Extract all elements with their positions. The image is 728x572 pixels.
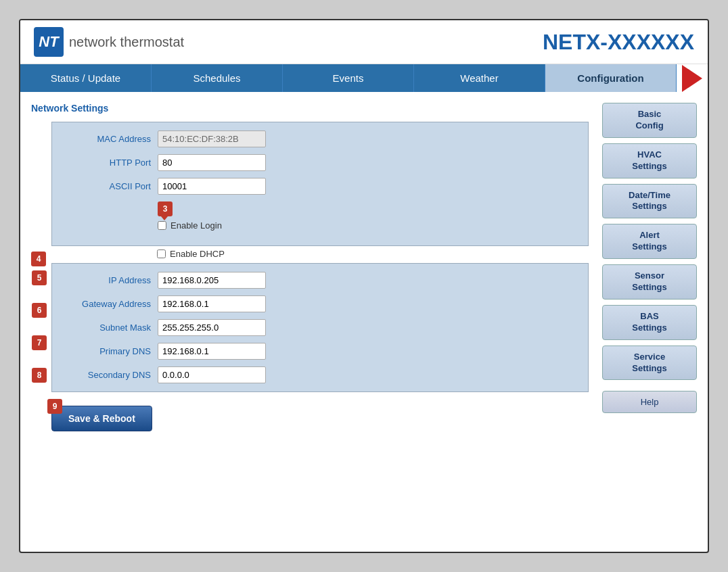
form-section: MAC Address HTTP Port ASCII Port bbox=[51, 122, 589, 246]
badge-7-wrapper: 7 bbox=[32, 335, 47, 350]
right-panel: BasicConfig HVACSettings Date/TimeSettin… bbox=[602, 103, 697, 541]
secondary-dns-row: Secondary DNS bbox=[63, 366, 577, 383]
secondary-dns-label: Secondary DNS bbox=[63, 370, 158, 380]
enable-login-section: 3 Enable Login bbox=[63, 201, 577, 231]
enable-dhcp-row: Enable DHCP bbox=[146, 249, 589, 259]
logo-icon: NT bbox=[34, 27, 64, 57]
ascii-port-input[interactable] bbox=[158, 178, 266, 195]
gateway-row: Gateway Address bbox=[63, 295, 577, 312]
hvac-settings-button[interactable]: HVACSettings bbox=[602, 143, 697, 178]
arrow-right-icon bbox=[682, 65, 702, 92]
sensor-settings-button[interactable]: SensorSettings bbox=[602, 264, 697, 300]
datetime-settings-button[interactable]: Date/TimeSettings bbox=[602, 184, 697, 219]
mac-address-row: MAC Address bbox=[63, 130, 577, 147]
section-title: Network Settings bbox=[31, 103, 589, 114]
badge-7: 7 bbox=[32, 335, 47, 350]
ip-address-input[interactable] bbox=[158, 272, 266, 289]
help-button[interactable]: Help bbox=[602, 391, 697, 413]
enable-dhcp-checkbox[interactable] bbox=[157, 249, 166, 258]
main-content: Network Settings MAC Address HTTP Port bbox=[20, 92, 708, 552]
nav-bar: Status / Update Schedules Events Weather… bbox=[20, 64, 677, 92]
badge-3: 3 bbox=[158, 201, 173, 216]
form-section-wrapper: MAC Address HTTP Port ASCII Port bbox=[51, 122, 589, 392]
tab-weather[interactable]: Weather bbox=[414, 64, 545, 92]
http-port-label: HTTP Port bbox=[63, 158, 158, 168]
primary-dns-row: Primary DNS bbox=[63, 343, 577, 360]
badge-9: 9 bbox=[47, 399, 62, 414]
save-section: 9 Save & Reboot bbox=[51, 406, 152, 431]
badge-5-wrapper: 5 bbox=[32, 270, 47, 285]
device-id: NETX-XXXXXX bbox=[543, 30, 694, 55]
bas-settings-button[interactable]: BASSettings bbox=[602, 305, 697, 340]
basic-config-button[interactable]: BasicConfig bbox=[602, 103, 697, 138]
logo-area: NT network thermostat bbox=[34, 27, 184, 57]
http-port-input[interactable] bbox=[158, 154, 266, 171]
gateway-input[interactable] bbox=[158, 295, 266, 312]
mac-address-input[interactable] bbox=[158, 130, 266, 147]
http-port-row: HTTP Port bbox=[63, 154, 577, 171]
tab-events[interactable]: Events bbox=[283, 64, 414, 92]
badge-6: 6 bbox=[32, 303, 47, 318]
tab-schedules[interactable]: Schedules bbox=[152, 64, 283, 92]
app-frame: NT network thermostat NETX-XXXXXX Status… bbox=[19, 19, 709, 553]
enable-dhcp-label: Enable DHCP bbox=[170, 249, 225, 259]
ip-address-row: IP Address bbox=[63, 272, 577, 289]
primary-dns-label: Primary DNS bbox=[63, 346, 158, 356]
badge3-container: 3 bbox=[158, 201, 577, 216]
badge-5: 5 bbox=[32, 270, 47, 285]
enable-login-checkbox[interactable] bbox=[158, 221, 166, 230]
tab-configuration[interactable]: Configuration bbox=[545, 64, 677, 92]
secondary-dns-input[interactable] bbox=[158, 366, 266, 383]
enable-login-label: Enable Login bbox=[170, 220, 222, 231]
left-panel: Network Settings MAC Address HTTP Port bbox=[31, 103, 589, 541]
enable-login-row: Enable Login bbox=[158, 220, 577, 231]
badge-4: 4 bbox=[31, 252, 46, 266]
service-settings-button[interactable]: ServiceSettings bbox=[602, 345, 697, 381]
subnet-input[interactable] bbox=[158, 319, 266, 336]
mac-address-label: MAC Address bbox=[63, 134, 158, 144]
save-reboot-button[interactable]: Save & Reboot bbox=[51, 406, 152, 431]
ascii-port-row: ASCII Port bbox=[63, 178, 577, 195]
header: NT network thermostat NETX-XXXXXX bbox=[20, 20, 708, 64]
gateway-label: Gateway Address bbox=[63, 299, 158, 309]
badge-8-wrapper: 8 bbox=[32, 368, 47, 383]
ascii-port-label: ASCII Port bbox=[63, 181, 158, 191]
dhcp-block: 4 Enable DHCP bbox=[51, 249, 589, 259]
subnet-label: Subnet Mask bbox=[63, 323, 158, 333]
badge-6-wrapper: 6 bbox=[32, 303, 47, 318]
primary-dns-input[interactable] bbox=[158, 343, 266, 360]
logo-text: network thermostat bbox=[69, 34, 184, 50]
tab-status[interactable]: Status / Update bbox=[20, 64, 152, 92]
subnet-row: Subnet Mask bbox=[63, 319, 577, 336]
nav-arrow-area bbox=[677, 64, 708, 92]
nav-container: Status / Update Schedules Events Weather… bbox=[20, 64, 708, 92]
ip-address-label: IP Address bbox=[63, 275, 158, 285]
badge-8: 8 bbox=[32, 368, 47, 383]
network-form-section: 5 IP Address 6 Gateway Address bbox=[51, 263, 589, 392]
alert-settings-button[interactable]: AlertSettings bbox=[602, 224, 697, 259]
